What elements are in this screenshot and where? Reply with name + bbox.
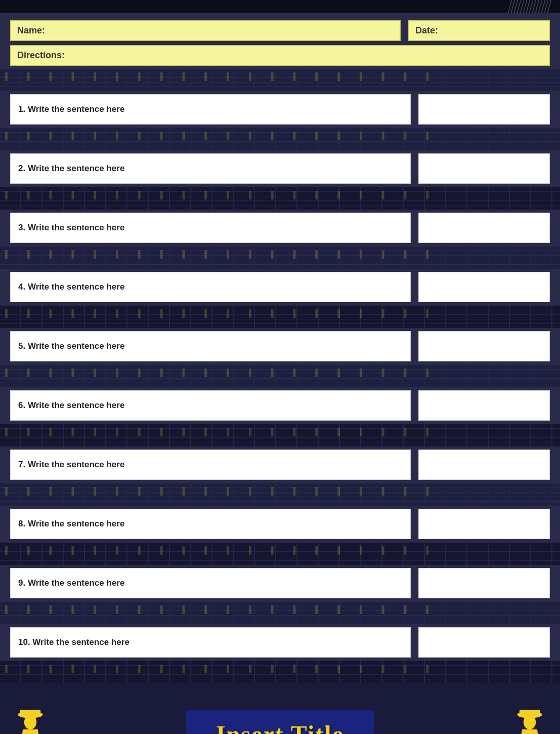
detective-figure-right bbox=[509, 704, 550, 734]
sentence-box-3[interactable]: 3. Write the sentence here bbox=[10, 213, 411, 243]
sentence-row-5: 5. Write the sentence here bbox=[0, 328, 560, 364]
svg-rect-1 bbox=[20, 710, 40, 716]
detective-figure-left bbox=[10, 704, 51, 734]
city-bg-3 bbox=[0, 187, 560, 210]
sentence-box-2[interactable]: 2. Write the sentence here bbox=[10, 153, 411, 184]
name-field[interactable]: Name: bbox=[10, 20, 401, 41]
city-bg-2 bbox=[0, 128, 560, 150]
sentence-box-10[interactable]: 10. Write the sentence here bbox=[10, 627, 411, 658]
sentence-box-4[interactable]: 4. Write the sentence here bbox=[10, 272, 411, 302]
answer-box-10[interactable] bbox=[418, 627, 550, 658]
sentence-box-7[interactable]: 7. Write the sentence here bbox=[10, 450, 411, 480]
sentence-row-6: 6. Write the sentence here bbox=[0, 387, 560, 424]
sentence-box-6[interactable]: 6. Write the sentence here bbox=[10, 390, 411, 421]
answer-box-5[interactable] bbox=[418, 331, 550, 361]
city-bg-bottom bbox=[0, 661, 560, 683]
sentence-row-1: 1. Write the sentence here bbox=[0, 91, 560, 128]
sentence-row-10: 10. Write the sentence here bbox=[0, 624, 560, 661]
sentence-row-8: 8. Write the sentence here bbox=[0, 506, 560, 542]
city-bg-5 bbox=[0, 305, 560, 328]
name-date-row: Name: Date: bbox=[10, 20, 550, 41]
directions-field[interactable]: Directions: bbox=[10, 45, 550, 66]
answer-box-6[interactable] bbox=[418, 390, 550, 421]
detective-left-icon bbox=[13, 704, 48, 734]
sentence-box-9[interactable]: 9. Write the sentence here bbox=[10, 568, 411, 598]
answer-box-7[interactable] bbox=[418, 450, 550, 480]
svg-point-2 bbox=[24, 715, 37, 729]
sentence-row-2: 2. Write the sentence here bbox=[0, 150, 560, 187]
answer-box-3[interactable] bbox=[418, 213, 550, 243]
answer-box-2[interactable] bbox=[418, 153, 550, 184]
answer-box-9[interactable] bbox=[418, 568, 550, 598]
sentence-row-4: 4. Write the sentence here bbox=[0, 269, 560, 305]
city-bg-8 bbox=[0, 483, 560, 506]
sentence-box-1[interactable]: 1. Write the sentence here bbox=[10, 94, 411, 125]
sentence-row-3: 3. Write the sentence here bbox=[0, 210, 560, 246]
top-decorative-bar bbox=[0, 0, 560, 13]
answer-box-4[interactable] bbox=[418, 272, 550, 302]
sentence-row-9: 9. Write the sentence here bbox=[0, 565, 560, 601]
answer-box-1[interactable] bbox=[418, 94, 550, 125]
city-bg-9 bbox=[0, 542, 560, 565]
date-field[interactable]: Date: bbox=[408, 20, 550, 41]
answer-box-8[interactable] bbox=[418, 509, 550, 539]
city-bg-10 bbox=[0, 601, 560, 624]
city-bg-4 bbox=[0, 246, 560, 269]
svg-rect-10 bbox=[520, 710, 540, 716]
sentence-box-8[interactable]: 8. Write the sentence here bbox=[10, 509, 411, 539]
city-bg-1 bbox=[0, 68, 560, 91]
city-bg-7 bbox=[0, 424, 560, 446]
header-section: Name: Date: Directions: bbox=[0, 13, 560, 68]
sentence-box-5[interactable]: 5. Write the sentence here bbox=[10, 331, 411, 361]
detective-right-icon bbox=[512, 704, 547, 734]
sentence-row-7: 7. Write the sentence here bbox=[0, 446, 560, 483]
page: Name: Date: Directions: 1. Write the sen… bbox=[0, 0, 560, 734]
title-banner: Insert Title bbox=[186, 710, 374, 735]
page-title: Insert Title bbox=[216, 720, 344, 735]
svg-point-11 bbox=[524, 715, 536, 729]
city-bg-6 bbox=[0, 364, 560, 387]
footer-section: Insert Title bbox=[0, 683, 560, 734]
